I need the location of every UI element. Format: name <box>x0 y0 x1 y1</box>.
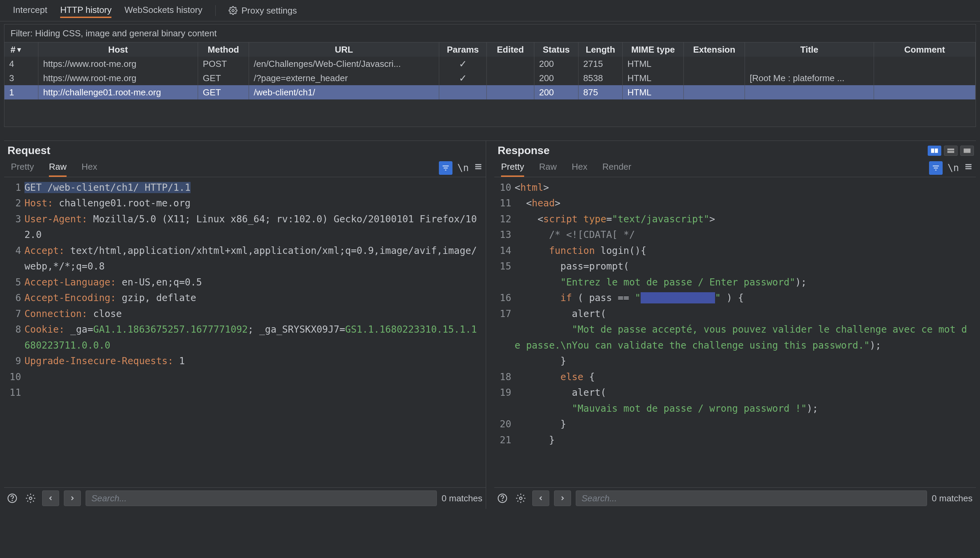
code-line: 2Host: challenge01.root-me.org <box>4 195 486 211</box>
request-tab-raw[interactable]: Raw <box>49 159 67 177</box>
code-text: } <box>515 417 976 432</box>
code-line: 14 function login(){ <box>494 243 976 259</box>
code-text: GET /web-client/ch1/ HTTP/1.1 <box>25 180 486 195</box>
cell: HTML <box>623 85 684 99</box>
col-mime[interactable]: MIME type <box>623 43 684 57</box>
line-number: 6 <box>4 290 25 306</box>
code-line: 11 <head> <box>494 195 976 211</box>
layout-single-button[interactable] <box>960 146 974 156</box>
tab-websockets-history[interactable]: WebSockets history <box>124 5 202 16</box>
request-actions-button[interactable] <box>439 161 453 175</box>
next-match-button[interactable] <box>64 491 81 506</box>
col-comment[interactable]: Comment <box>874 43 975 57</box>
code-line: "Mauvais mot de passe / wrong password !… <box>494 401 976 417</box>
layout-columns-button[interactable] <box>928 146 941 156</box>
help-button[interactable] <box>5 491 19 505</box>
help-button[interactable] <box>496 491 509 505</box>
response-tab-raw[interactable]: Raw <box>539 159 557 177</box>
table-row[interactable]: 3https://www.root-me.orgGET/?page=extern… <box>5 71 975 85</box>
col-method[interactable]: Method <box>198 43 249 57</box>
next-match-button[interactable] <box>554 491 571 506</box>
filter-bars-icon <box>932 164 940 172</box>
svg-rect-9 <box>947 148 954 150</box>
request-editor[interactable]: 1GET /web-client/ch1/ HTTP/1.12Host: cha… <box>4 177 486 487</box>
code-text: "Mauvais mot de passe / wrong password !… <box>515 401 976 417</box>
layout-rows-button[interactable] <box>944 146 958 156</box>
code-line: "Entrez le mot de passe / Enter password… <box>494 274 976 290</box>
request-tab-hex[interactable]: Hex <box>82 159 97 177</box>
col-ext[interactable]: Extension <box>684 43 745 57</box>
col-num[interactable]: # <box>5 43 38 57</box>
layout-columns-icon <box>931 148 938 153</box>
prev-match-button[interactable] <box>42 491 59 506</box>
line-number: 10 <box>4 369 25 385</box>
code-text <box>25 385 486 400</box>
code-text: function login(){ <box>515 243 976 259</box>
response-editor[interactable]: 10<html>11 <head>12 <script type="text/j… <box>494 177 976 487</box>
line-number: 1 <box>4 180 25 195</box>
col-status[interactable]: Status <box>534 43 578 57</box>
code-line: 8Cookie: _ga=GA1.1.1863675257.1677771092… <box>4 322 486 353</box>
proxy-settings-button[interactable]: Proxy settings <box>229 5 297 16</box>
code-text: Connection: close <box>25 306 486 322</box>
prev-match-button[interactable] <box>532 491 549 506</box>
line-number: 8 <box>4 322 25 353</box>
code-text: if ( pass == "XXXXXXXXXXXXX" ) { <box>515 290 976 306</box>
message-panels: Request Pretty Raw Hex \n 1GET /web-clie… <box>4 141 976 509</box>
settings-button[interactable] <box>514 491 527 505</box>
cell: 8538 <box>578 71 623 85</box>
line-number <box>494 274 515 290</box>
cell: [Root Me : plateforme ... <box>745 71 874 85</box>
request-menu[interactable] <box>474 162 483 173</box>
request-search-input[interactable]: Search... <box>86 491 437 506</box>
response-tab-render[interactable]: Render <box>602 159 631 177</box>
cell: /?page=externe_header <box>249 71 439 85</box>
code-line: 6Accept-Encoding: gzip, deflate <box>4 290 486 306</box>
code-line: 12 <script type="text/javascript"> <box>494 212 976 227</box>
request-tab-pretty[interactable]: Pretty <box>11 159 34 177</box>
table-empty-space <box>5 99 975 126</box>
svg-point-0 <box>232 10 234 12</box>
response-actions-button[interactable] <box>929 161 943 175</box>
help-icon <box>497 493 507 503</box>
response-tab-hex[interactable]: Hex <box>572 159 587 177</box>
code-text: Host: challenge01.root-me.org <box>25 195 486 211</box>
response-tab-pretty[interactable]: Pretty <box>501 159 524 177</box>
col-url[interactable]: URL <box>249 43 439 57</box>
col-length[interactable]: Length <box>578 43 623 57</box>
newline-toggle[interactable]: \n <box>457 162 469 174</box>
table-row[interactable]: 1http://challenge01.root-me.orgGET/web-c… <box>5 85 975 99</box>
cell <box>745 57 874 71</box>
cell: 2715 <box>578 57 623 71</box>
svg-rect-7 <box>931 148 934 153</box>
code-line: 5Accept-Language: en-US,en;q=0.5 <box>4 274 486 290</box>
col-params[interactable]: Params <box>439 43 487 57</box>
response-search-input[interactable]: Search... <box>576 491 927 506</box>
code-text: Accept: text/html,application/xhtml+xml,… <box>25 243 486 274</box>
cell <box>487 85 534 99</box>
settings-button[interactable] <box>24 491 37 505</box>
response-menu[interactable] <box>964 162 973 173</box>
response-panel: Response Pretty Raw Hex Render <box>486 141 976 509</box>
cell: https://www.root-me.org <box>38 71 198 85</box>
line-number: 3 <box>4 212 25 243</box>
col-edited[interactable]: Edited <box>487 43 534 57</box>
newline-toggle[interactable]: \n <box>947 162 959 174</box>
code-text: <script type="text/javascript"> <box>515 212 976 227</box>
filter-bars-icon <box>441 164 450 172</box>
response-match-count: 0 matches <box>932 493 973 504</box>
col-host[interactable]: Host <box>38 43 198 57</box>
tab-http-history[interactable]: HTTP history <box>60 5 111 18</box>
cell <box>684 57 745 71</box>
svg-point-16 <box>502 500 502 501</box>
tab-intercept[interactable]: Intercept <box>13 5 47 16</box>
table-row[interactable]: 4https://www.root-me.orgPOST/en/Challeng… <box>5 57 975 71</box>
code-line: 15 pass=prompt( <box>494 259 976 274</box>
col-title[interactable]: Title <box>745 43 874 57</box>
code-text: } <box>515 432 976 448</box>
code-line: 1GET /web-client/ch1/ HTTP/1.1 <box>4 180 486 195</box>
layout-single-icon <box>964 148 971 153</box>
filter-bar[interactable]: Filter: Hiding CSS, image and general bi… <box>4 24 976 43</box>
filter-text: Filter: Hiding CSS, image and general bi… <box>10 28 217 39</box>
code-line: 17 alert( <box>494 306 976 322</box>
